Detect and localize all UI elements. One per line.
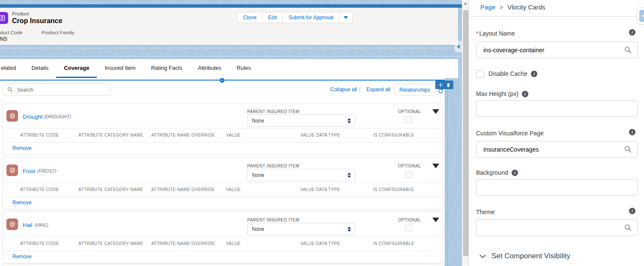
coverage-name-link[interactable]: Hail — [23, 222, 32, 228]
properties-panel: Page > Vlocity Cards *Layout Name i Disa… — [468, 0, 644, 266]
clone-button[interactable]: Clone — [237, 12, 262, 23]
column-header: ATTRIBUTE CATEGORY NAME — [78, 129, 143, 142]
record-title: Crop Insurance — [12, 17, 62, 25]
panel-collapse-button[interactable] — [637, 7, 644, 24]
more-actions-button[interactable] — [339, 12, 353, 23]
refresh-icon[interactable] — [438, 88, 443, 94]
search-icon[interactable] — [624, 46, 632, 54]
info-icon[interactable]: i — [629, 29, 635, 36]
remove-link[interactable]: Remove — [12, 196, 32, 209]
attribute-table-header: ATTRIBUTE CODE ATTRIBUTE CATEGORY NAME A… — [3, 236, 443, 251]
parent-insured-item-select[interactable]: None — [247, 114, 355, 127]
coverage-card-hail: Hail (HAIL) PARENT INSURED ITEM None OPT… — [3, 211, 443, 263]
info-icon[interactable]: i — [522, 91, 528, 97]
chevron-left-icon — [642, 14, 644, 18]
custom-visualforce-label: Custom Visualforce Page — [476, 130, 544, 137]
collapse-caret-icon[interactable] — [432, 109, 439, 114]
custom-visualforce-field — [476, 141, 638, 158]
tab-attributes[interactable]: Attributes — [190, 59, 229, 78]
tab-related[interactable]: elated — [0, 59, 24, 78]
remove-link[interactable]: Remove — [12, 142, 32, 155]
tab-coverage[interactable]: Coverage — [56, 59, 97, 78]
coverage-search — [3, 84, 111, 96]
entity-label: Product — [12, 11, 29, 16]
coverage-code: (DROUGHT) — [44, 114, 71, 119]
parent-insured-item-value: None — [252, 226, 347, 232]
search-input[interactable] — [16, 87, 110, 93]
attribute-table-header: ATTRIBUTE CODE ATTRIBUTE CATEGORY NAME A… — [3, 182, 443, 197]
background-input[interactable] — [482, 184, 637, 191]
remove-link[interactable]: Remove — [12, 250, 32, 263]
theme-field — [476, 219, 638, 236]
column-header: ATTRIBUTE NAME OVERRIDE — [151, 183, 215, 197]
parent-insured-item-select[interactable]: None — [247, 169, 355, 181]
info-icon[interactable]: i — [531, 71, 537, 77]
max-height-input[interactable] — [482, 105, 637, 113]
designer-canvas: Product Crop Insurance Clone Edit Submit… — [0, 0, 462, 266]
set-component-visibility-section[interactable]: Set Component Visibility — [479, 252, 570, 260]
info-icon[interactable]: i — [629, 208, 635, 214]
relationships-button[interactable]: Relationships — [395, 84, 435, 96]
expand-all-link[interactable]: Expand all — [366, 87, 390, 93]
collapse-all-link[interactable]: Collapse all — [330, 87, 357, 93]
parent-insured-item-select[interactable]: None — [247, 223, 355, 235]
tab-insured-item[interactable]: Insured Item — [97, 59, 143, 78]
custom-visualforce-input[interactable] — [482, 146, 624, 153]
max-height-field — [476, 100, 638, 117]
brand-bar — [0, 4, 462, 8]
search-icon[interactable] — [624, 224, 632, 231]
search-icon[interactable] — [624, 146, 632, 153]
max-height-label: Max Height (px) i — [476, 90, 528, 97]
selection-dash-line — [0, 48, 462, 48]
submit-for-approval-button[interactable]: Submit for Approval — [283, 12, 339, 23]
layout-name-input[interactable] — [482, 46, 624, 54]
collapse-caret-icon[interactable] — [432, 164, 439, 168]
disable-cache-checkbox[interactable] — [476, 70, 484, 78]
tab-rating-facts[interactable]: Rating Facts — [144, 59, 190, 78]
product-code-label: duct Code — [0, 30, 22, 35]
optional-checkbox[interactable] — [405, 171, 412, 178]
record-actions: Clone Edit Submit for Approval — [237, 12, 353, 23]
move-icon[interactable] — [438, 83, 443, 87]
trash-icon[interactable] — [446, 83, 451, 87]
parent-insured-item-value: None — [252, 118, 347, 124]
chevron-down-icon — [479, 254, 486, 258]
column-header: IS CONFIGURABLE — [373, 129, 414, 142]
breadcrumb-current: Vlocity Cards — [507, 3, 545, 11]
scrollbar-up-arrow[interactable] — [464, 2, 467, 5]
coverage-name-link[interactable]: Drought — [23, 114, 42, 120]
tab-rules[interactable]: Rules — [229, 59, 259, 78]
coverage-name-link[interactable]: Frost — [23, 168, 36, 174]
edit-button[interactable]: Edit — [263, 12, 283, 23]
column-header: ATTRIBUTE CODE — [20, 183, 59, 197]
column-header: IS CONFIGURABLE — [373, 237, 414, 251]
parent-insured-item-label: PARENT INSURED ITEM — [247, 164, 300, 168]
coverage-card-partial — [3, 264, 443, 266]
theme-label: Theme — [476, 209, 495, 215]
selection-dash-border — [447, 78, 448, 266]
optional-checkbox[interactable] — [405, 225, 412, 232]
optional-label: OPTIONAL — [398, 109, 421, 114]
record-tabs: elated Details Coverage Insured Item Rat… — [0, 59, 458, 78]
required-asterisk: * — [476, 30, 478, 37]
breadcrumb-separator: > — [500, 4, 503, 11]
shield-icon — [6, 164, 18, 176]
theme-input[interactable] — [482, 224, 624, 232]
column-header: ATTRIBUTE CODE — [20, 129, 59, 142]
column-header: VALUE — [226, 129, 241, 142]
product-code-value: NS — [0, 36, 7, 42]
collapse-caret-icon[interactable] — [432, 218, 439, 222]
info-icon[interactable]: i — [512, 170, 518, 176]
scrollbar-thumb[interactable] — [463, 10, 468, 256]
column-header: ATTRIBUTE NAME OVERRIDE — [151, 237, 215, 251]
selection-dash-border — [445, 78, 445, 266]
background-label: Background i — [476, 169, 518, 176]
tab-details[interactable]: Details — [24, 59, 56, 78]
optional-checkbox[interactable] — [405, 117, 412, 123]
background-field — [476, 179, 638, 196]
panel-expand-handle[interactable] — [455, 41, 462, 52]
attribute-table-header: ATTRIBUTE CODE ATTRIBUTE CATEGORY NAME A… — [3, 128, 443, 143]
element-toolbox — [435, 81, 453, 89]
info-icon[interactable]: i — [629, 129, 635, 135]
breadcrumb-page-link[interactable]: Page — [480, 3, 495, 11]
